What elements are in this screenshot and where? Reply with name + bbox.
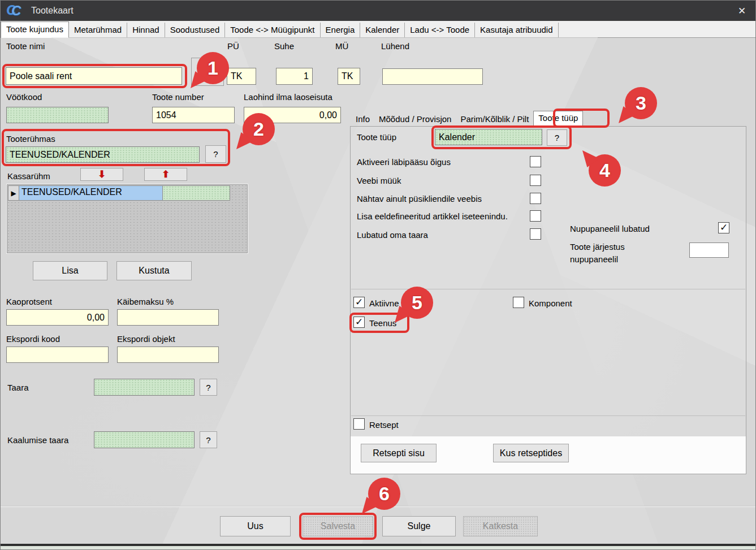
suhe-input[interactable]: [276, 68, 313, 85]
toote-number-label: Toote number: [152, 92, 204, 102]
lisa-eeldefineeritud-checkbox[interactable]: [530, 210, 541, 222]
tab-soodustused[interactable]: Soodustused: [165, 23, 226, 37]
callout-2: 2: [243, 113, 275, 145]
toote-jarjestus-input[interactable]: [689, 242, 729, 258]
arrow-up-icon: ⬆: [162, 170, 170, 179]
toote-nimi-input[interactable]: [6, 67, 182, 85]
kassaruhm-row[interactable]: ▶ TEENUSED/KALENDER: [8, 185, 230, 201]
aktiivne-checkbox[interactable]: ✓: [353, 297, 365, 308]
tab-kasutaja-atribuudid[interactable]: Kasutaja atribuudid: [475, 23, 558, 37]
kassaruhm-row-name[interactable]: TEENUSED/KALENDER: [19, 185, 163, 201]
aktiveeri-labipaasu-checkbox[interactable]: [530, 156, 541, 167]
move-up-button[interactable]: ⬆: [144, 168, 187, 181]
komponent-label: Komponent: [529, 298, 572, 308]
panel-tab-moodud-provisjon[interactable]: Mõõdud / Provisjon: [374, 112, 456, 126]
panel-tab-parim-kolblik-pilt[interactable]: Parim/Kõlblik / Pilt: [456, 112, 533, 126]
uus-button[interactable]: Uus: [220, 516, 291, 536]
ekspordi-kood-input[interactable]: [6, 347, 109, 363]
panel-tab-toote-tuup[interactable]: Toote tüüp: [533, 111, 583, 126]
sulge-button[interactable]: Sulge: [382, 516, 456, 536]
veebi-muuk-checkbox[interactable]: [530, 175, 541, 186]
kaalumise-taara-input[interactable]: [94, 431, 195, 448]
close-icon[interactable]: ✕: [728, 1, 755, 21]
callout-4: 4: [589, 154, 621, 187]
kustuta-button[interactable]: Kustuta: [116, 261, 192, 280]
tootekaart-window: CC Tootekaart ✕ Toote kujundus Metarühma…: [0, 0, 756, 550]
callout-5: 5: [401, 287, 433, 319]
taara-lookup-button[interactable]: ?: [200, 379, 217, 396]
retsepti-sisu-button[interactable]: Retsepti sisu: [361, 444, 437, 462]
option-label: Veebi müük: [357, 176, 401, 185]
window-bottom-strip: [1, 546, 755, 550]
pu-label: PÜ: [227, 41, 239, 51]
mu-label: MÜ: [335, 41, 348, 51]
kassaruhm-grid[interactable]: ▶ TEENUSED/KALENDER: [6, 184, 248, 254]
tab-toode-muugipunkt[interactable]: Toode <-> Müügipunkt: [225, 23, 320, 37]
tooteruhmas-input[interactable]: [6, 146, 200, 163]
toote-tuup-label: Toote tüüp: [357, 132, 396, 142]
tab-kalender[interactable]: Kalender: [360, 23, 405, 37]
tab-energia[interactable]: Energia: [321, 23, 361, 37]
teenus-label: Teenus: [369, 318, 396, 328]
pu-input[interactable]: [227, 68, 256, 85]
kaalumise-taara-lookup-button[interactable]: ?: [200, 431, 217, 448]
panel-tab-info[interactable]: Info: [351, 112, 374, 126]
option-label: Aktiveeri läbipääsu õigus: [357, 157, 451, 167]
kaibemaks-label: Käibemaksu %: [117, 297, 174, 306]
kaoprotsent-input[interactable]: [6, 309, 109, 326]
katkesta-button: Katkesta: [463, 516, 538, 536]
nahtav-pusikliendile-checkbox[interactable]: [530, 193, 541, 204]
toote-jarjestus-label-line1: Toote järjestus: [570, 242, 625, 252]
vootkood-input[interactable]: [6, 107, 109, 123]
teenus-checkbox[interactable]: ✓: [353, 317, 365, 328]
suhe-label: Suhe: [274, 41, 294, 51]
tab-metaruhmad[interactable]: Metarühmad: [69, 23, 127, 37]
retsept-checkbox[interactable]: [353, 418, 365, 430]
toote-tuup-lookup-button[interactable]: ?: [547, 129, 567, 146]
title-bar: CC Tootekaart ✕: [1, 1, 755, 21]
window-title: Tootekaart: [31, 6, 74, 16]
kaoprotsent-label: Kaoprotsent: [6, 297, 52, 306]
salvesta-button[interactable]: Salvesta: [303, 516, 373, 536]
tooteruhmas-lookup-button[interactable]: ?: [205, 145, 226, 163]
taara-label: Taara: [7, 383, 29, 392]
laohind-label: Laohind ilma laoseisuta: [244, 92, 332, 102]
taara-input[interactable]: [94, 379, 195, 396]
vootkood-label: Vöötkood: [6, 92, 42, 102]
komponent-checkbox[interactable]: [513, 297, 524, 308]
option-label: Lisa eeldefineeritud artikkel iseteenind…: [357, 211, 508, 221]
tab-hinnad[interactable]: Hinnad: [127, 23, 165, 37]
nupupaneelil-checkbox[interactable]: ✓: [718, 222, 729, 233]
move-down-button[interactable]: ⬇: [80, 168, 123, 181]
app-logo-icon: CC: [6, 3, 25, 18]
kassaruhm-row-extra[interactable]: [163, 185, 230, 201]
nupupaneelil-label: Nupupaneelil lubatud: [570, 224, 650, 233]
row-selector-icon[interactable]: ▶: [8, 185, 19, 201]
callout-6: 6: [368, 478, 400, 510]
toote-nimi-label: Toote nimi: [6, 41, 45, 51]
ekspordi-kood-label: Ekspordi kood: [6, 334, 60, 344]
option-label: Nähtav ainult püsikliendile veebis: [357, 194, 482, 203]
kus-retseptides-button[interactable]: Kus retseptides: [493, 444, 569, 462]
ekspordi-objekt-input[interactable]: [117, 347, 219, 363]
tab-toote-kujundus[interactable]: Toote kujundus: [1, 21, 69, 38]
main-tab-bar: Toote kujundus Metarühmad Hinnad Soodust…: [1, 21, 755, 38]
toote-tuup-input[interactable]: [435, 129, 542, 145]
toote-number-input[interactable]: [152, 107, 235, 123]
luhend-input[interactable]: [382, 68, 483, 85]
kaalumise-taara-label: Kaalumise taara: [7, 435, 68, 445]
aktiivne-label: Aktiivne: [369, 298, 399, 308]
luhend-label: Lühend: [381, 41, 409, 51]
tooteruhmas-label: Tooterühmas: [6, 134, 55, 144]
ekspordi-objekt-label: Ekspordi objekt: [117, 334, 175, 344]
option-label: Lubatud oma taara: [357, 230, 428, 240]
lubatud-oma-taara-checkbox[interactable]: [530, 228, 541, 240]
kassaruhm-label: Kassarühm: [7, 171, 50, 181]
callout-3: 3: [625, 87, 657, 119]
toote-jarjestus-label-line2: nupupaneelil: [570, 254, 618, 264]
arrow-down-icon: ⬇: [98, 170, 106, 179]
kaibemaks-input[interactable]: [117, 309, 219, 326]
lisa-button[interactable]: Lisa: [33, 261, 107, 280]
tab-ladu-toode[interactable]: Ladu <-> Toode: [405, 23, 475, 37]
mu-input[interactable]: [338, 68, 360, 85]
